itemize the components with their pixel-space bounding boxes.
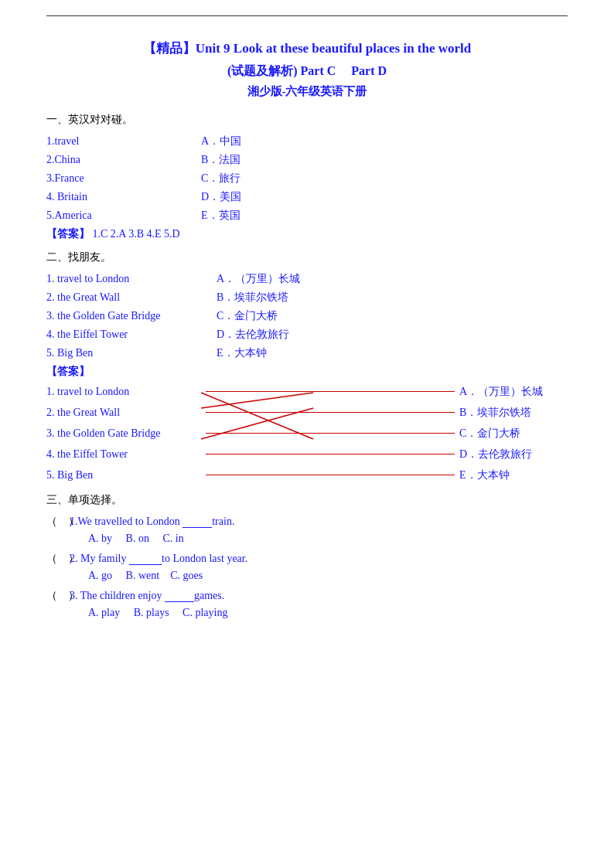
match-left-4: 4. the Eiffel Tower [46, 328, 217, 341]
answer-match-3: 3. the Golden Gate Bridge C．金门大桥 [46, 427, 568, 441]
aml-5: 5. Big Ben [46, 469, 201, 482]
match-right-5: E．大本钟 [217, 346, 267, 360]
vocab-item-1: 1.travel A．中国 [46, 134, 568, 148]
mc-question-list: （ ） 1.We travelled to London train. A. b… [46, 515, 568, 620]
aml-4: 4. the Eiffel Tower [46, 448, 201, 461]
match-left-5: 5. Big Ben [46, 347, 217, 359]
answer-match-1: 1. travel to London A．（万里）长城 [46, 385, 568, 399]
answer-match-5: 5. Big Ben E．大本钟 [46, 468, 568, 482]
match-left-2: 2. the Great Wall [46, 291, 217, 304]
mc-q3: （ ） 3. The children enjoy games. A. play… [46, 589, 568, 620]
sub-title: (试题及解析) Part C Part D [46, 63, 568, 80]
mc-q1: （ ） 1.We travelled to London train. A. b… [46, 515, 568, 546]
vocab-right-3: C．旅行 [201, 172, 240, 186]
mc-q3-line: （ ） 3. The children enjoy games. [46, 589, 568, 603]
mc-q1-line: （ ） 1.We travelled to London train. [46, 515, 568, 529]
mc-q3-options: A. play B. plays C. playing [88, 606, 568, 620]
section2-answer-match: 1. travel to London A．（万里）长城 2. the Grea… [46, 385, 568, 482]
section1-label: 一、英汉对对碰。 [46, 114, 133, 125]
match-item-2: 2. the Great Wall B．埃菲尔铁塔 [46, 291, 568, 305]
mc-q3-paren: （ ） [46, 589, 70, 603]
match-left-1: 1. travel to London [46, 273, 217, 285]
match-left-3: 3. the Golden Gate Bridge [46, 310, 217, 322]
mc-q2-options: A. go B. went C. goes [88, 569, 568, 583]
section1-answer-label: 【答案】 [46, 228, 90, 240]
vocab-item-5: 5.America E．英国 [46, 209, 568, 223]
vocab-right-2: B．法国 [201, 153, 240, 167]
vocab-item-3: 3.France C．旅行 [46, 172, 568, 186]
section2-label: 二、找朋友。 [46, 251, 111, 263]
section1-answer-text: 1.C 2.A 3.B 4.E 5.D [93, 228, 180, 240]
vocab-right-4: D．美国 [201, 190, 241, 204]
section1-vocab-list: 1.travel A．中国 2.China B．法国 3.France C．旅行… [46, 134, 568, 223]
match-item-1: 1. travel to London A．（万里）长城 [46, 272, 568, 286]
mc-q2-paren: （ ） [46, 552, 70, 566]
main-title: 【精品】Unit 9 Look at these beautiful place… [46, 39, 568, 57]
match-item-3: 3. the Golden Gate Bridge C．金门大桥 [46, 309, 568, 323]
amr-3: C．金门大桥 [459, 427, 568, 441]
mc-q2-line: （ ） 2. My family to London last year. [46, 552, 568, 566]
section3-label: 三、单项选择。 [46, 494, 122, 505]
match-rows: 1. travel to London A．（万里）长城 2. the Grea… [46, 385, 568, 482]
mc-q1-paren: （ ） [46, 515, 70, 529]
match-item-4: 4. the Eiffel Tower D．去伦敦旅行 [46, 328, 568, 342]
vocab-right-1: A．中国 [201, 134, 241, 148]
mc-q2-text: 2. My family to London last year. [70, 553, 247, 565]
match-right-1: A．（万里）长城 [217, 272, 300, 286]
aml-3: 3. the Golden Gate Bridge [46, 427, 201, 440]
vocab-left-1: 1.travel [46, 135, 201, 148]
mc-q2-blank [129, 564, 162, 565]
vocab-left-5: 5.America [46, 209, 201, 222]
vocab-item-2: 2.China B．法国 [46, 153, 568, 167]
section3-heading: 三、单项选择。 [46, 493, 568, 507]
vocab-left-4: 4. Britain [46, 191, 201, 203]
match-item-5: 5. Big Ben E．大本钟 [46, 346, 568, 360]
mc-q1-options: A. by B. on C. in [88, 532, 568, 546]
section1-answer: 【答案】 1.C 2.A 3.B 4.E 5.D [46, 227, 568, 241]
amr-4: D．去伦敦旅行 [459, 448, 568, 461]
section2-match-list: 1. travel to London A．（万里）长城 2. the Grea… [46, 272, 568, 360]
top-divider [46, 15, 568, 16]
mc-q3-text: 3. The children enjoy games. [70, 590, 224, 602]
vocab-left-2: 2.China [46, 154, 201, 166]
edition-title: 湘少版-六年级英语下册 [46, 84, 568, 99]
amr-5: E．大本钟 [459, 468, 568, 482]
vocab-right-5: E．英国 [201, 209, 240, 223]
amr-2: B．埃菲尔铁塔 [459, 406, 568, 420]
section1-heading: 一、英汉对对碰。 [46, 113, 568, 127]
amr-1: A．（万里）长城 [459, 385, 568, 399]
aml-1: 1. travel to London [46, 386, 201, 398]
mc-q2: （ ） 2. My family to London last year. A.… [46, 552, 568, 583]
mc-q3-blank [165, 601, 194, 602]
vocab-item-4: 4. Britain D．美国 [46, 190, 568, 204]
answer-match-4: 4. the Eiffel Tower D．去伦敦旅行 [46, 448, 568, 461]
mc-q1-text: 1.We travelled to London train. [70, 516, 234, 528]
match-right-4: D．去伦敦旅行 [217, 328, 289, 342]
section2-heading: 二、找朋友。 [46, 250, 568, 264]
answer-match-2: 2. the Great Wall B．埃菲尔铁塔 [46, 406, 568, 420]
section2-answer-label: 【答案】 [46, 366, 90, 377]
vocab-left-3: 3.France [46, 172, 201, 185]
match-right-2: B．埃菲尔铁塔 [217, 291, 288, 305]
section2-answer-label-block: 【答案】 [46, 365, 568, 379]
mc-q1-blank [182, 527, 212, 528]
aml-2: 2. the Great Wall [46, 407, 201, 419]
match-right-3: C．金门大桥 [217, 309, 278, 323]
